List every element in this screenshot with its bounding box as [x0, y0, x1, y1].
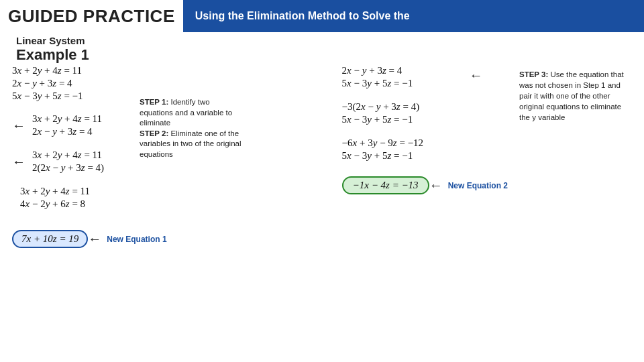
new-eq2-row: −1x − 4z = −13 ← New Equation 2 [342, 176, 508, 194]
eq-sys-2: 2x − y + 3z = 4 [12, 78, 83, 89]
eq-sys-1: 3x + 2y + 4z = 11 [12, 65, 83, 76]
original-system: 3x + 2y + 4z = 11 2x − y + 3z = 4 5x − 3… [12, 64, 83, 103]
eq-g2-1: 3x + 2y + 4z = 11 [32, 149, 104, 161]
req-g2-2: 5x − 3y + 5z = −1 [342, 114, 420, 125]
eq-g2-2: 2(2x − y + 3z = 4) [32, 162, 104, 174]
req-g1-2: 5x − 3y + 5z = −1 [342, 78, 413, 89]
step2-multiply: ← 3x + 2y + 4z = 11 2(2x − y + 3z = 4) [12, 148, 104, 175]
new-eq2-label: New Equation 2 [448, 181, 508, 190]
header-title-left: GUIDED PRACTICE [0, 1, 183, 32]
example-label: Example 1 [8, 46, 636, 64]
new-eq1-label: New Equation 1 [107, 235, 166, 244]
right-eq-group3: −6x + 3y − 9z = −12 5x − 3y + 5z = −1 [342, 136, 424, 163]
subtitle: Linear System [8, 34, 636, 46]
step1-pair: ← 3x + 2y + 4z = 11 2x − y + 3z = 4 [12, 112, 102, 139]
arrow-right-1: ← [470, 68, 483, 83]
arrow-step1: ← [12, 118, 25, 133]
new-eq1-row: 7x + 10z = 19 ← New Equation 1 [12, 230, 167, 248]
step2-expanded: 3x + 2y + 4z = 11 4x − 2y + 6z = 8 [20, 184, 90, 211]
eq-g3-1: 3x + 2y + 4z = 11 [20, 186, 90, 197]
right-eq-group1: 2x − y + 3z = 4 5x − 3y + 5z = −1 [342, 64, 413, 90]
left-panel: 3x + 2y + 4z = 11 2x − y + 3z = 4 5x − 3… [5, 64, 335, 362]
eq-sys-3: 5x − 3y + 5z = −1 [12, 90, 83, 102]
header-title-right: Using the Elimination Method to Solve th… [183, 0, 644, 32]
req-g1-1: 2x − y + 3z = 4 [342, 65, 413, 76]
arrow-step2: ← [12, 154, 25, 170]
step3-info-box: STEP 3: Use the equation that was not ch… [519, 69, 633, 123]
main-content: 3x + 2y + 4z = 11 2x − y + 3z = 4 5x − 3… [0, 64, 644, 362]
step3-title: STEP 3: [519, 70, 548, 78]
eq-g3-2: 4x − 2y + 6z = 8 [20, 198, 90, 210]
eq-g1-2: 2x − y + 3z = 4 [32, 126, 102, 137]
step1-title: STEP 1: [140, 98, 168, 106]
req-g3-2: 5x − 3y + 5z = −1 [342, 150, 424, 162]
step-box-1: STEP 1: Identify two equations and a var… [140, 97, 244, 160]
right-arrow1-row: ← [470, 68, 486, 83]
right-panel: 2x − y + 3z = 4 5x − 3y + 5z = −1 ← −3(2… [335, 64, 639, 362]
req-g2-1: −3(2x − y + 3z = 4) [342, 101, 420, 113]
new-eq1-oval: 7x + 10z = 19 [12, 230, 88, 248]
new-eq2-oval: −1x − 4z = −13 [342, 176, 429, 194]
header: GUIDED PRACTICE Using the Elimination Me… [0, 0, 644, 32]
arrow-new-eq1: ← [88, 231, 101, 247]
right-eq-group2: −3(2x − y + 3z = 4) 5x − 3y + 5z = −1 [342, 100, 420, 127]
step2-title: STEP 2: [140, 129, 168, 137]
arrow-new-eq2: ← [429, 178, 443, 193]
eq-g1-1: 3x + 2y + 4z = 11 [32, 113, 102, 125]
req-g3-1: −6x + 3y − 9z = −12 [342, 137, 424, 149]
